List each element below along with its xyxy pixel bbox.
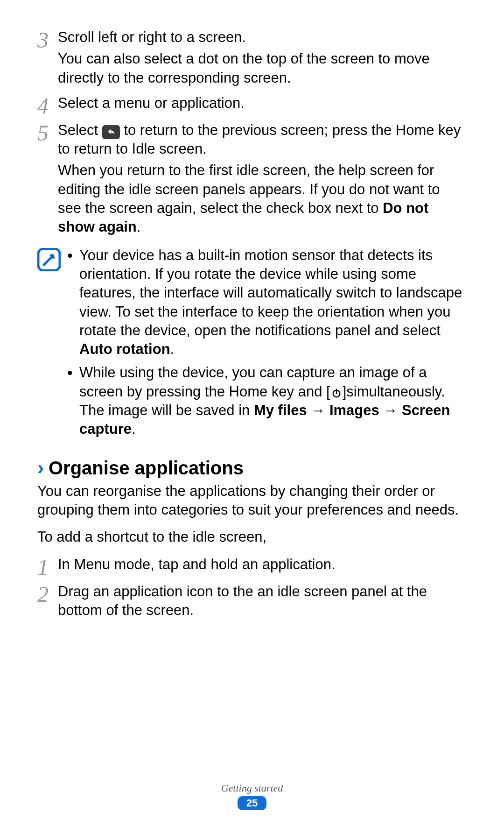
- section-intro: You can reorganise the applications by c…: [37, 482, 467, 520]
- step-text: Select a menu or application.: [58, 94, 467, 113]
- power-icon: [330, 387, 343, 399]
- arrow-icon: →: [307, 402, 329, 418]
- bold-text: Auto rotation: [79, 341, 170, 357]
- step-body: In Menu mode, tap and hold an applicatio…: [58, 555, 467, 577]
- page-content: 3 Scroll left or right to a screen. You …: [0, 0, 504, 622]
- step-number: 2: [37, 582, 58, 606]
- arrow-icon: →: [379, 402, 402, 418]
- footer-section-label: Getting started: [0, 782, 504, 794]
- note-block: Your device has a built-in motion sensor…: [37, 246, 467, 444]
- step-text: When you return to the first idle screen…: [58, 161, 467, 236]
- step-4: 4 Select a menu or application.: [37, 94, 467, 117]
- step-text: You can also select a dot on the top of …: [58, 49, 467, 87]
- section-header: › Organise applications: [37, 457, 467, 479]
- bold-text: Images: [329, 402, 379, 418]
- step-number: 1: [37, 555, 58, 579]
- text-fragment: .: [132, 421, 136, 437]
- note-item: Your device has a built-in motion sensor…: [67, 246, 467, 359]
- step-text: Scroll left or right to a screen.: [58, 28, 467, 47]
- text-fragment: .: [170, 341, 175, 357]
- step-body: Select to return to the previous screen;…: [58, 121, 467, 240]
- step-body: Select a menu or application.: [58, 94, 467, 115]
- page-footer: Getting started 25: [0, 782, 504, 810]
- step-5: 5 Select to return to the previous scree…: [37, 121, 467, 240]
- bold-text: My files: [254, 402, 307, 418]
- step-2b: 2 Drag an application icon to the an idl…: [37, 582, 467, 623]
- text-fragment: .: [137, 219, 141, 235]
- back-icon: [102, 125, 120, 139]
- step-number: 5: [37, 121, 58, 144]
- page-number-badge: 25: [238, 796, 266, 810]
- text-fragment: Your device has a built-in motion sensor…: [79, 247, 462, 339]
- step-body: Scroll left or right to a screen. You ca…: [58, 28, 467, 90]
- step-number: 3: [37, 28, 58, 51]
- note-item: While using the device, you can capture …: [67, 363, 467, 438]
- step-1b: 1 In Menu mode, tap and hold an applicat…: [37, 555, 467, 579]
- text-fragment: Select: [58, 122, 102, 138]
- section-lead: To add a shortcut to the idle screen,: [37, 528, 467, 546]
- chevron-icon: ›: [37, 457, 44, 479]
- step-text: Drag an application icon to the an idle …: [58, 582, 467, 620]
- step-text: In Menu mode, tap and hold an applicatio…: [58, 555, 467, 574]
- step-body: Drag an application icon to the an idle …: [58, 582, 467, 623]
- step-number: 4: [37, 94, 58, 117]
- step-text: Select to return to the previous screen;…: [58, 121, 467, 159]
- section-title: Organise applications: [49, 458, 244, 479]
- note-list: Your device has a built-in motion sensor…: [67, 246, 467, 444]
- note-icon: [37, 248, 61, 271]
- step-3: 3 Scroll left or right to a screen. You …: [37, 28, 467, 90]
